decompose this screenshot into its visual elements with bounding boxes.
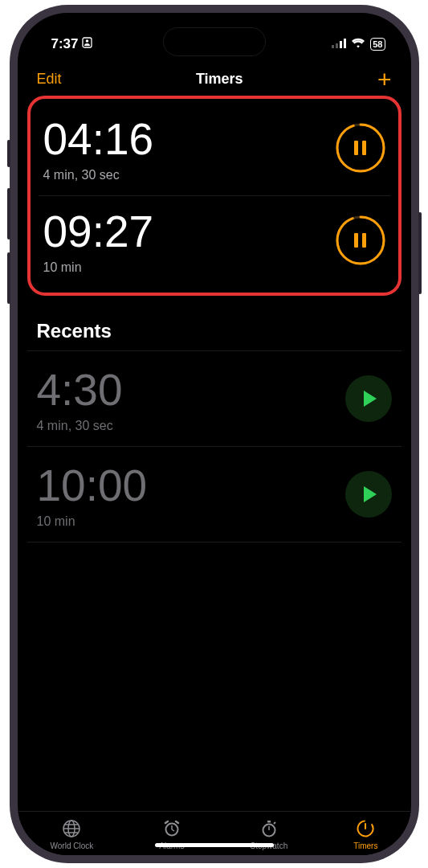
svg-point-1 xyxy=(85,39,88,43)
timer-remaining: 04:16 xyxy=(43,113,154,165)
progress-ring-icon xyxy=(336,123,385,173)
stopwatch-icon xyxy=(259,818,279,839)
timer-duration: 10 min xyxy=(43,260,154,275)
timer-duration: 4 min, 30 sec xyxy=(43,168,154,182)
svg-rect-24 xyxy=(267,821,271,823)
page-title: Timers xyxy=(196,71,243,88)
power-button xyxy=(418,212,422,294)
svg-rect-2 xyxy=(332,45,334,48)
wifi-icon xyxy=(351,36,365,52)
content-area: 04:16 4 min, 30 sec 09:27 10 min xyxy=(18,96,411,811)
tab-world-clock[interactable]: World Clock xyxy=(51,818,94,850)
dynamic-island xyxy=(163,27,266,56)
recent-time: 10:00 xyxy=(37,460,148,511)
tab-label: Timers xyxy=(353,841,377,850)
volume-down-button xyxy=(7,252,10,304)
add-timer-button[interactable]: + xyxy=(377,72,392,87)
svg-point-7 xyxy=(337,125,384,171)
status-time: 7:37 xyxy=(51,36,79,52)
recent-timer-row[interactable]: 4:30 4 min, 30 sec xyxy=(27,350,402,446)
active-timer-row[interactable]: 09:27 10 min xyxy=(39,196,390,288)
highlight-box: 04:16 4 min, 30 sec 09:27 10 min xyxy=(27,96,402,296)
svg-line-19 xyxy=(165,821,168,823)
recent-time: 4:30 xyxy=(37,364,123,416)
globe-icon xyxy=(61,818,82,839)
alarm-icon xyxy=(161,818,182,839)
battery-level: 58 xyxy=(373,39,382,49)
pause-button[interactable] xyxy=(336,215,385,265)
progress-ring-icon xyxy=(336,215,385,265)
timer-remaining: 09:27 xyxy=(43,206,154,257)
cellular-icon xyxy=(332,36,346,52)
screen: 7:37 58 Edit Timers + xyxy=(18,13,411,855)
tab-bar: World Clock Alarms Stopwatch Timers xyxy=(18,811,411,855)
side-button xyxy=(7,140,10,167)
person-icon xyxy=(82,36,92,52)
svg-rect-5 xyxy=(344,39,346,48)
active-timer-row[interactable]: 04:16 4 min, 30 sec xyxy=(39,104,390,196)
svg-line-20 xyxy=(176,821,178,823)
start-button[interactable] xyxy=(345,471,392,518)
tab-timers[interactable]: Timers xyxy=(353,818,377,850)
svg-point-9 xyxy=(337,217,384,264)
recent-timer-row[interactable]: 10:00 10 min xyxy=(27,446,402,542)
recents-heading: Recents xyxy=(27,296,402,350)
svg-rect-3 xyxy=(336,43,338,48)
battery-icon: 58 xyxy=(370,38,385,51)
recent-duration: 4 min, 30 sec xyxy=(37,419,123,433)
svg-line-25 xyxy=(274,822,275,824)
start-button[interactable] xyxy=(345,375,392,422)
edit-button[interactable]: Edit xyxy=(37,71,62,88)
nav-bar: Edit Timers + xyxy=(18,59,411,96)
phone-frame: 7:37 58 Edit Timers + xyxy=(10,5,419,863)
play-icon xyxy=(364,391,377,407)
volume-up-button xyxy=(7,188,10,240)
timer-icon xyxy=(355,818,376,839)
tab-label: World Clock xyxy=(51,841,94,850)
svg-rect-4 xyxy=(340,41,342,48)
pause-button[interactable] xyxy=(336,123,385,173)
recent-duration: 10 min xyxy=(37,514,148,529)
play-icon xyxy=(364,486,377,502)
svg-rect-0 xyxy=(83,38,92,47)
home-indicator[interactable] xyxy=(155,843,274,847)
